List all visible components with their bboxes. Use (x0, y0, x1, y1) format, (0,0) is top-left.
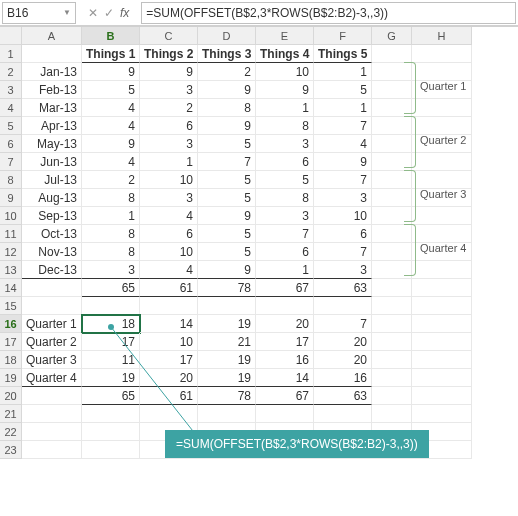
cell-E5[interactable]: 8 (256, 117, 314, 135)
cell-B11[interactable]: 8 (82, 225, 140, 243)
cell-B7[interactable]: 4 (82, 153, 140, 171)
cell-B21[interactable] (82, 405, 140, 423)
cell-A9[interactable]: Aug-13 (22, 189, 82, 207)
confirm-icon[interactable]: ✓ (104, 6, 114, 20)
cell-H4[interactable] (412, 99, 472, 117)
cell-C12[interactable]: 10 (140, 243, 198, 261)
cell-E19[interactable]: 14 (256, 369, 314, 387)
cell-F10[interactable]: 10 (314, 207, 372, 225)
cell-D7[interactable]: 7 (198, 153, 256, 171)
cell-B1[interactable]: Things 1 (82, 45, 140, 63)
cell-C17[interactable]: 10 (140, 333, 198, 351)
cell-D20[interactable]: 78 (198, 387, 256, 405)
cell-H21[interactable] (412, 405, 472, 423)
cell-B17[interactable]: 17 (82, 333, 140, 351)
cell-G20[interactable] (372, 387, 412, 405)
cell-A22[interactable] (22, 423, 82, 441)
cell-D13[interactable]: 9 (198, 261, 256, 279)
cell-B10[interactable]: 1 (82, 207, 140, 225)
cell-H13[interactable] (412, 261, 472, 279)
cell-C10[interactable]: 4 (140, 207, 198, 225)
col-header-D[interactable]: D (198, 27, 256, 45)
row-header-2[interactable]: 2 (0, 63, 22, 81)
cell-G17[interactable] (372, 333, 412, 351)
cell-C9[interactable]: 3 (140, 189, 198, 207)
cell-G18[interactable] (372, 351, 412, 369)
row-header-13[interactable]: 13 (0, 261, 22, 279)
cell-B14[interactable]: 65 (82, 279, 140, 297)
cell-A17[interactable]: Quarter 2 (22, 333, 82, 351)
cell-A19[interactable]: Quarter 4 (22, 369, 82, 387)
cell-H18[interactable] (412, 351, 472, 369)
cell-G15[interactable] (372, 297, 412, 315)
cell-F8[interactable]: 7 (314, 171, 372, 189)
cell-D12[interactable]: 5 (198, 243, 256, 261)
cell-C7[interactable]: 1 (140, 153, 198, 171)
cell-F15[interactable] (314, 297, 372, 315)
cell-E15[interactable] (256, 297, 314, 315)
cell-D8[interactable]: 5 (198, 171, 256, 189)
cell-F1[interactable]: Things 5 (314, 45, 372, 63)
cell-E13[interactable]: 1 (256, 261, 314, 279)
cell-E21[interactable] (256, 405, 314, 423)
cell-F13[interactable]: 3 (314, 261, 372, 279)
cell-C3[interactable]: 3 (140, 81, 198, 99)
cell-A6[interactable]: May-13 (22, 135, 82, 153)
cell-B4[interactable]: 4 (82, 99, 140, 117)
cell-E12[interactable]: 6 (256, 243, 314, 261)
row-header-20[interactable]: 20 (0, 387, 22, 405)
cell-G19[interactable] (372, 369, 412, 387)
cell-F17[interactable]: 20 (314, 333, 372, 351)
cell-D19[interactable]: 19 (198, 369, 256, 387)
cell-A1[interactable] (22, 45, 82, 63)
cell-E2[interactable]: 10 (256, 63, 314, 81)
cell-A2[interactable]: Jan-13 (22, 63, 82, 81)
cell-D1[interactable]: Things 3 (198, 45, 256, 63)
cell-A5[interactable]: Apr-13 (22, 117, 82, 135)
cell-D18[interactable]: 19 (198, 351, 256, 369)
row-header-23[interactable]: 23 (0, 441, 22, 459)
cell-G21[interactable] (372, 405, 412, 423)
cell-A20[interactable] (22, 387, 82, 405)
cancel-icon[interactable]: ✕ (88, 6, 98, 20)
cell-F19[interactable]: 16 (314, 369, 372, 387)
fx-icon[interactable]: fx (120, 6, 129, 20)
cell-B12[interactable]: 8 (82, 243, 140, 261)
cell-A21[interactable] (22, 405, 82, 423)
chevron-down-icon[interactable]: ▼ (63, 8, 71, 17)
cell-A11[interactable]: Oct-13 (22, 225, 82, 243)
row-header-3[interactable]: 3 (0, 81, 22, 99)
cell-D3[interactable]: 9 (198, 81, 256, 99)
cell-F6[interactable]: 4 (314, 135, 372, 153)
cell-D4[interactable]: 8 (198, 99, 256, 117)
cell-C20[interactable]: 61 (140, 387, 198, 405)
cell-C16[interactable]: 14 (140, 315, 198, 333)
row-header-14[interactable]: 14 (0, 279, 22, 297)
row-header-15[interactable]: 15 (0, 297, 22, 315)
select-all-corner[interactable] (0, 27, 22, 45)
cell-A10[interactable]: Sep-13 (22, 207, 82, 225)
col-header-A[interactable]: A (22, 27, 82, 45)
cell-H20[interactable] (412, 387, 472, 405)
cell-E1[interactable]: Things 4 (256, 45, 314, 63)
cell-C1[interactable]: Things 2 (140, 45, 198, 63)
cell-D16[interactable]: 19 (198, 315, 256, 333)
row-header-16[interactable]: 16 (0, 315, 22, 333)
row-header-4[interactable]: 4 (0, 99, 22, 117)
cell-D2[interactable]: 2 (198, 63, 256, 81)
cell-C11[interactable]: 6 (140, 225, 198, 243)
cell-C14[interactable]: 61 (140, 279, 198, 297)
cell-H1[interactable] (412, 45, 472, 63)
cell-D10[interactable]: 9 (198, 207, 256, 225)
cell-B9[interactable]: 8 (82, 189, 140, 207)
cell-C13[interactable]: 4 (140, 261, 198, 279)
cell-A12[interactable]: Nov-13 (22, 243, 82, 261)
cell-A4[interactable]: Mar-13 (22, 99, 82, 117)
row-header-17[interactable]: 17 (0, 333, 22, 351)
col-header-G[interactable]: G (372, 27, 412, 45)
cell-F2[interactable]: 1 (314, 63, 372, 81)
cell-B18[interactable]: 11 (82, 351, 140, 369)
cell-B13[interactable]: 3 (82, 261, 140, 279)
cell-A3[interactable]: Feb-13 (22, 81, 82, 99)
cell-F21[interactable] (314, 405, 372, 423)
